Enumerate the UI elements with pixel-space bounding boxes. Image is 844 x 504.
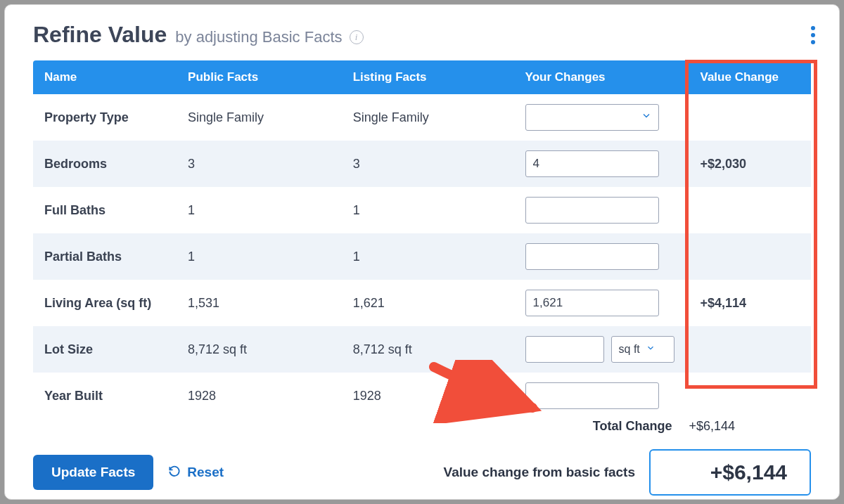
public-facts-value: 1928 bbox=[177, 373, 342, 419]
changes-input[interactable] bbox=[525, 243, 659, 270]
col-your-changes: Your Changes bbox=[514, 60, 689, 94]
value-change: +$2,030 bbox=[689, 141, 812, 187]
value-change bbox=[689, 187, 812, 233]
value-change bbox=[689, 373, 812, 419]
card-subtitle-text: by adjusting Basic Facts bbox=[175, 28, 342, 46]
reset-label: Reset bbox=[187, 465, 224, 480]
col-value-change: Value Change bbox=[689, 60, 812, 94]
unit-label: sq ft bbox=[619, 343, 640, 356]
table-row: Living Area (sq ft)1,5311,621+$4,114 bbox=[33, 280, 811, 326]
row-label: Partial Baths bbox=[33, 233, 177, 280]
your-changes-cell bbox=[514, 141, 689, 187]
value-change bbox=[689, 94, 812, 141]
info-icon[interactable]: i bbox=[350, 30, 364, 44]
changes-input[interactable] bbox=[525, 150, 659, 177]
property-type-select[interactable] bbox=[525, 104, 659, 131]
col-listing-facts: Listing Facts bbox=[342, 60, 514, 94]
public-facts-value: 1 bbox=[177, 233, 342, 280]
card-subtitle: by adjusting Basic Facts i bbox=[175, 28, 363, 46]
public-facts-value: 3 bbox=[177, 141, 342, 187]
changes-input[interactable] bbox=[525, 382, 659, 409]
row-label: Bedrooms bbox=[33, 141, 177, 187]
dots-icon bbox=[811, 26, 815, 30]
card-header: Refine Value by adjusting Basic Facts i bbox=[33, 22, 811, 48]
your-changes-cell bbox=[514, 373, 689, 419]
more-menu-button[interactable] bbox=[808, 23, 818, 47]
your-changes-cell: sq ft bbox=[514, 326, 689, 373]
table-row: Partial Baths11 bbox=[33, 233, 811, 280]
update-facts-button[interactable]: Update Facts bbox=[33, 455, 153, 490]
chevron-down-icon bbox=[646, 343, 656, 356]
value-change bbox=[689, 233, 812, 280]
your-changes-cell bbox=[514, 187, 689, 233]
row-label: Year Built bbox=[33, 373, 177, 419]
your-changes-cell bbox=[514, 280, 689, 326]
card-title: Refine Value bbox=[33, 22, 167, 48]
table-row: Bedrooms33+$2,030 bbox=[33, 141, 811, 187]
table-row: Full Baths11 bbox=[33, 187, 811, 233]
lot-size-unit-select[interactable]: sq ft bbox=[611, 336, 674, 363]
public-facts-value: 1,531 bbox=[177, 280, 342, 326]
facts-table: Name Public Facts Listing Facts Your Cha… bbox=[33, 60, 811, 434]
listing-facts-value: Single Family bbox=[342, 94, 514, 141]
public-facts-value: Single Family bbox=[177, 94, 342, 141]
footer-change-label: Value change from basic facts bbox=[444, 465, 635, 480]
value-change bbox=[689, 326, 812, 373]
row-label: Property Type bbox=[33, 94, 177, 141]
table-row: Lot Size8,712 sq ft8,712 sq ftsq ft bbox=[33, 326, 811, 373]
your-changes-cell bbox=[514, 94, 689, 141]
lot-size-input[interactable] bbox=[525, 336, 604, 363]
reset-button[interactable]: Reset bbox=[167, 464, 224, 482]
total-change-value: +$6,144 bbox=[689, 419, 812, 434]
listing-facts-value: 1 bbox=[342, 187, 514, 233]
listing-facts-value: 3 bbox=[342, 141, 514, 187]
listing-facts-value: 8,712 sq ft bbox=[342, 326, 514, 373]
changes-input[interactable] bbox=[525, 290, 659, 316]
card-footer: Update Facts Reset Value change from bas… bbox=[33, 449, 811, 496]
listing-facts-value: 1928 bbox=[342, 373, 514, 419]
row-label: Living Area (sq ft) bbox=[33, 280, 177, 326]
row-label: Full Baths bbox=[33, 187, 177, 233]
changes-input[interactable] bbox=[525, 197, 659, 224]
col-public-facts: Public Facts bbox=[177, 60, 342, 94]
public-facts-value: 8,712 sq ft bbox=[177, 326, 342, 373]
public-facts-value: 1 bbox=[177, 187, 342, 233]
col-name: Name bbox=[33, 60, 177, 94]
table-row: Property TypeSingle FamilySingle Family bbox=[33, 94, 811, 141]
undo-icon bbox=[167, 464, 181, 482]
row-label: Lot Size bbox=[33, 326, 177, 373]
listing-facts-value: 1 bbox=[342, 233, 514, 280]
total-change-label: Total Change bbox=[514, 419, 689, 434]
footer-change-value: +$6,144 bbox=[649, 449, 811, 496]
your-changes-cell bbox=[514, 233, 689, 280]
listing-facts-value: 1,621 bbox=[342, 280, 514, 326]
value-change: +$4,114 bbox=[689, 280, 812, 326]
refine-value-card: Refine Value by adjusting Basic Facts i … bbox=[4, 4, 840, 500]
table-row: Year Built19281928 bbox=[33, 373, 811, 419]
